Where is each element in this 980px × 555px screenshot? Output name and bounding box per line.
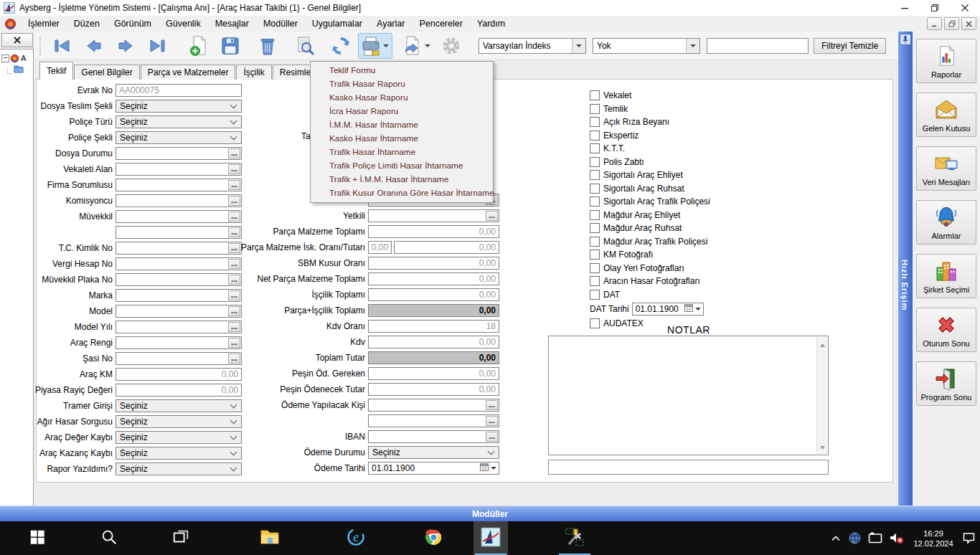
- panel-close-button[interactable]: [1, 33, 33, 47]
- toolbar-button[interactable]: [400, 33, 434, 59]
- report-menu-item[interactable]: İcra Hasar Raporu: [311, 105, 493, 118]
- lookup-input[interactable]: ...: [116, 242, 242, 255]
- lookup-ellipsis-button[interactable]: ...: [228, 212, 240, 222]
- app-menu-icon[interactable]: [4, 18, 17, 30]
- report-menu-item[interactable]: Kasko Hasar İhtarname: [311, 132, 493, 146]
- report-menu-item[interactable]: Trafik Hasar Raporu: [311, 77, 493, 91]
- lookup-input[interactable]: ...: [116, 289, 242, 302]
- modules-status-bar[interactable]: Modüller: [0, 506, 980, 521]
- menu-item[interactable]: Düzen: [67, 19, 107, 29]
- lookup-input[interactable]: ...: [116, 147, 242, 160]
- checkbox-item[interactable]: Sigortalı Araç Ehliyet: [590, 169, 710, 182]
- scroll-up-icon[interactable]: [820, 339, 825, 349]
- checkbox-item[interactable]: DAT: [590, 288, 710, 302]
- number-input[interactable]: 0,00: [368, 383, 499, 396]
- checkbox[interactable]: [590, 237, 600, 247]
- toolbar-button[interactable]: [113, 33, 138, 59]
- mdi-restore-button[interactable]: [944, 17, 959, 30]
- number-input[interactable]: 0,00: [116, 384, 242, 397]
- sidebar-button[interactable]: Şirket Seçimi: [916, 254, 976, 298]
- checkbox[interactable]: [590, 250, 600, 260]
- checkbox-item[interactable]: Mağdur Araç Ehliyet: [590, 209, 710, 222]
- menu-item[interactable]: Görünüm: [107, 19, 159, 29]
- lookup-ellipsis-button[interactable]: ...: [486, 211, 498, 221]
- taskbar-button[interactable]: [557, 521, 592, 555]
- mdi-minimize-button[interactable]: [927, 17, 942, 30]
- menu-item[interactable]: Uygulamalar: [305, 19, 369, 29]
- lookup-input[interactable]: ...: [116, 305, 242, 318]
- taskbar-button[interactable]: [416, 521, 451, 555]
- lookup-ellipsis-button[interactable]: ...: [228, 196, 240, 206]
- tray-icon[interactable]: [889, 532, 905, 544]
- lookup-input[interactable]: ...: [368, 414, 499, 427]
- checkbox[interactable]: [590, 131, 600, 141]
- sidebar-button[interactable]: Oturum Sonu: [916, 308, 976, 352]
- checkbox-item[interactable]: Aracın Hasar Fotoğrafları: [590, 275, 710, 288]
- combo-select[interactable]: Seçiniz: [116, 115, 242, 128]
- lookup-input[interactable]: ...: [116, 321, 242, 333]
- sidebar-button[interactable]: Program Sonu: [916, 361, 976, 406]
- checkbox-item[interactable]: K.T.T.: [590, 142, 710, 156]
- checkbox[interactable]: [590, 170, 600, 180]
- taskbar-clock[interactable]: 16:29 12.02.2024: [911, 528, 956, 549]
- notes-textarea[interactable]: [548, 336, 829, 455]
- quick-access-label[interactable]: Hızlı Erişim: [900, 260, 909, 310]
- lookup-ellipsis-button[interactable]: ...: [228, 243, 240, 253]
- toolbar-button[interactable]: [438, 33, 464, 59]
- calendar-icon[interactable]: [480, 463, 489, 473]
- lookup-input[interactable]: ...: [116, 257, 242, 270]
- lookup-ellipsis-button[interactable]: ...: [228, 180, 240, 190]
- close-button[interactable]: [950, 0, 980, 16]
- lookup-input[interactable]: ...: [116, 163, 242, 176]
- mdi-close-button[interactable]: [961, 17, 976, 30]
- filter-combo[interactable]: Yok: [593, 38, 700, 54]
- toolbar-button[interactable]: [217, 33, 243, 59]
- checkbox[interactable]: [590, 223, 600, 233]
- tab[interactable]: Teklif: [39, 62, 73, 80]
- report-menu-item[interactable]: Trafik Hasar İhtarname: [311, 146, 493, 159]
- checkbox-item[interactable]: Vekalet: [590, 89, 710, 103]
- checkbox-item[interactable]: Mağdur Araç Trafik Poliçesi: [590, 235, 710, 249]
- number-input[interactable]: 0,00: [368, 257, 499, 270]
- checkbox[interactable]: [590, 104, 600, 114]
- discount-amount-input[interactable]: 0,00: [394, 241, 499, 254]
- checkbox[interactable]: [590, 276, 600, 286]
- checkbox[interactable]: [590, 143, 600, 153]
- combo-select[interactable]: Seçiniz: [116, 447, 242, 460]
- tree-root-node[interactable]: A: [1, 53, 33, 63]
- restore-button[interactable]: [920, 0, 950, 16]
- number-input[interactable]: 0,00: [368, 367, 499, 380]
- checkbox-item[interactable]: Mağdur Araç Ruhsat: [590, 222, 710, 235]
- lookup-ellipsis-button[interactable]: ...: [486, 432, 498, 442]
- taskbar-button[interactable]: [253, 521, 287, 555]
- checkbox[interactable]: [590, 117, 600, 127]
- lookup-ellipsis-button[interactable]: ...: [228, 275, 240, 285]
- menu-item[interactable]: Modüller: [256, 19, 305, 29]
- report-menu-item[interactable]: Kasko Hasar Raporu: [311, 91, 493, 105]
- taskbar-button[interactable]: e: [339, 521, 373, 555]
- discount-rate-input[interactable]: 0,00: [368, 241, 392, 254]
- sidebar-button[interactable]: Veri Mesajları: [916, 146, 976, 191]
- checkbox[interactable]: [590, 290, 600, 300]
- dropdown-arrow-icon[interactable]: [423, 34, 432, 58]
- toolbar-button[interactable]: [50, 33, 75, 59]
- sidebar-button[interactable]: Gelen Kutusu: [916, 92, 976, 137]
- lookup-ellipsis-button[interactable]: ...: [228, 164, 240, 174]
- checkbox-item[interactable]: Temlik: [590, 103, 710, 116]
- checkbox[interactable]: [590, 263, 600, 273]
- lookup-input[interactable]: ...: [116, 352, 242, 365]
- checkbox-item[interactable]: Açık Rıza Beyanı: [590, 115, 710, 129]
- combo-arrow-icon[interactable]: [686, 39, 699, 53]
- lookup-ellipsis-button[interactable]: ...: [228, 148, 240, 158]
- tray-icon[interactable]: [848, 531, 862, 545]
- tree-expander-icon[interactable]: [1, 54, 9, 62]
- report-menu-item[interactable]: İ.M.M. Hasar İhtarname: [311, 118, 493, 132]
- toolbar-button[interactable]: [144, 33, 170, 59]
- tab[interactable]: İşçilik: [236, 65, 271, 80]
- menu-item[interactable]: Mesajlar: [208, 19, 256, 29]
- number-input[interactable]: 0,00: [368, 336, 499, 348]
- combo-select[interactable]: Seçiniz: [368, 446, 499, 459]
- report-menu-item[interactable]: Teklif Formu: [311, 64, 493, 77]
- lookup-input[interactable]: ...: [116, 194, 242, 207]
- checkbox[interactable]: [590, 210, 600, 220]
